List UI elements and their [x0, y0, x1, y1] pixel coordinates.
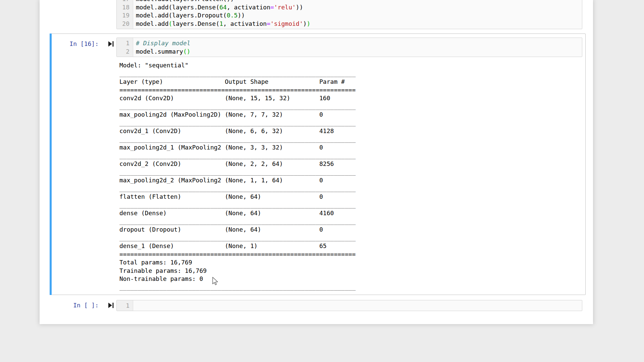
output-line: Total params: 16,769	[119, 258, 356, 267]
output-line: dense_1 (Dense) (None, 1) 65	[119, 242, 356, 250]
code-text: model.summary()	[133, 48, 191, 56]
code-text: model.add(layers.Dropout(0.5))	[133, 11, 245, 20]
input-prompt-16: In [16]:	[52, 40, 99, 48]
code-text: model.add(layers.Dense(1, activation='si…	[133, 20, 310, 28]
line-number: 17	[117, 0, 133, 3]
notebook-container: 17model.add(layers.Flatten())18model.add…	[40, 0, 593, 324]
code-input-area-empty[interactable]: 1	[116, 300, 582, 311]
output-line: ________________________________________…	[119, 201, 356, 209]
line-number: 18	[117, 3, 133, 12]
output-line: Model: "sequential"	[119, 61, 356, 70]
output-line: Trainable params: 16,769	[119, 267, 356, 275]
output-line: ________________________________________…	[119, 103, 356, 111]
code-line: 17model.add(layers.Flatten())	[117, 0, 582, 3]
line-number: 2	[117, 48, 133, 56]
output-line: max_pooling2d_1 (MaxPooling2 (None, 3, 3…	[119, 143, 356, 152]
code-text: model.add(layers.Flatten())	[133, 0, 234, 3]
line-number: 20	[117, 20, 133, 28]
output-line: ________________________________________…	[119, 218, 356, 226]
mouse-cursor	[212, 277, 219, 288]
output-line: max_pooling2d (MaxPooling2D) (None, 7, 7…	[119, 111, 356, 119]
code-line: 1	[117, 302, 582, 310]
run-cell-icon[interactable]	[108, 41, 114, 47]
output-line: ========================================…	[119, 250, 356, 259]
input-prompt-empty: In [ ]:	[52, 301, 99, 310]
code-input-area-top[interactable]: 17model.add(layers.Flatten())18model.add…	[116, 0, 582, 29]
model-summary-output: Model: "sequential"_____________________…	[119, 61, 356, 291]
output-line: Layer (type) Output Shape Param #	[119, 78, 356, 86]
output-line: conv2d_2 (Conv2D) (None, 2, 2, 64) 8256	[119, 160, 356, 168]
output-line: flatten (Flatten) (None, 64) 0	[119, 193, 356, 201]
output-line: dense (Dense) (None, 64) 4160	[119, 209, 356, 218]
code-line: 20model.add(layers.Dense(1, activation='…	[117, 20, 582, 28]
output-line: ========================================…	[119, 86, 356, 95]
output-line: conv2d_1 (Conv2D) (None, 6, 6, 32) 4128	[119, 127, 356, 135]
code-input-area-16[interactable]: 1# Display model2model.summary()	[116, 38, 582, 57]
code-line: 1# Display model	[117, 39, 582, 48]
code-text: model.add(layers.Dense(64, activation='r…	[133, 3, 303, 12]
run-cell-icon[interactable]	[108, 302, 114, 309]
output-line: conv2d (Conv2D) (None, 15, 15, 32) 160	[119, 94, 356, 103]
selected-cell-indicator	[50, 34, 52, 295]
output-line: ________________________________________…	[119, 135, 356, 144]
code-text: # Display model	[133, 39, 191, 48]
code-line: 2model.summary()	[117, 48, 582, 56]
output-line: ________________________________________…	[119, 152, 356, 160]
line-number: 1	[117, 39, 133, 48]
code-line: 19model.add(layers.Dropout(0.5))	[117, 11, 582, 20]
output-line: ________________________________________…	[119, 168, 356, 177]
output-line: dropout (Dropout) (None, 64) 0	[119, 226, 356, 234]
output-line: ________________________________________…	[119, 185, 356, 193]
line-number: 19	[117, 11, 133, 20]
line-number: 1	[117, 302, 133, 310]
code-line: 18model.add(layers.Dense(64, activation=…	[117, 3, 582, 12]
output-line: max_pooling2d_2 (MaxPooling2 (None, 1, 1…	[119, 176, 356, 185]
output-line: ________________________________________…	[119, 234, 356, 242]
output-line: ________________________________________…	[119, 119, 356, 127]
output-line: ________________________________________…	[119, 70, 356, 78]
output-line: ________________________________________…	[119, 283, 356, 292]
output-line: Non-trainable params: 0	[119, 275, 356, 283]
